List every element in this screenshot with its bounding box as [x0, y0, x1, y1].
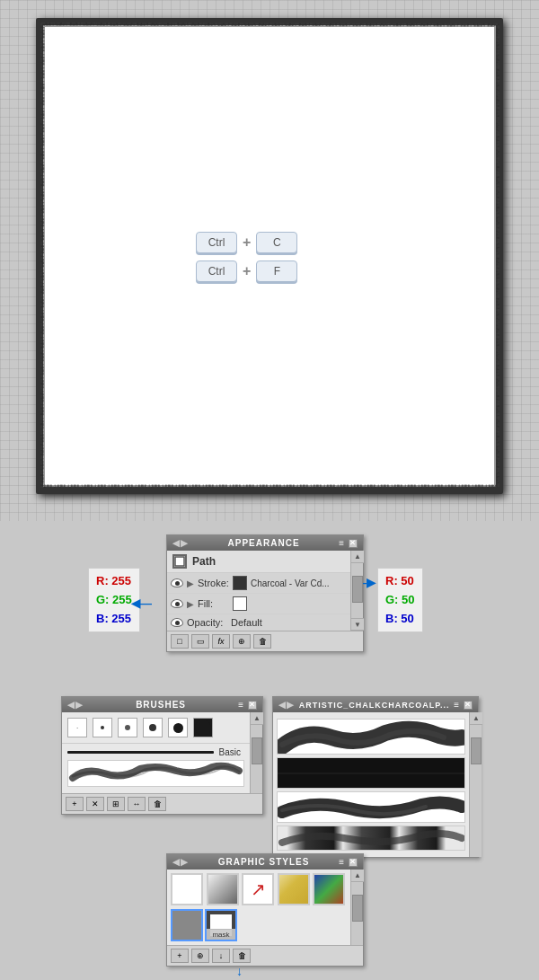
artistic-preview-area — [273, 712, 469, 857]
styles-main: ↗ — [167, 870, 350, 945]
appearance-fx-btn[interactable]: fx — [212, 634, 230, 649]
style-swatch-white[interactable] — [171, 873, 203, 905]
keyboard-shortcuts: Ctrl + C Ctrl + F — [196, 232, 297, 282]
appearance-panel: ◀▶ APPEARANCE ≡ ✕ Path — [166, 534, 364, 652]
ctrl-key-1: Ctrl — [196, 232, 237, 253]
artistic-scrollbar[interactable]: ▲ — [469, 712, 482, 857]
artistic-expand-arrows[interactable]: ◀▶ — [278, 700, 295, 710]
artistic-menu-icon[interactable]: ≡ — [454, 700, 460, 710]
panels-area: R: 255 G: 255 B: 255 R: 50 G: 50 B: 50 ◀… — [0, 530, 539, 980]
stroke-color-swatch[interactable] — [233, 576, 247, 590]
appearance-stroke-row[interactable]: ▶ Stroke: Charcoal - Var Cd... —▶ — [167, 573, 350, 594]
appearance-menu-icon[interactable]: ≡ — [339, 538, 345, 548]
stroke-expand-arrow[interactable]: ▶ — [187, 578, 194, 588]
brushes-new-btn[interactable]: + — [66, 797, 84, 811]
fill-left-arrow: ◀— — [131, 596, 152, 610]
appearance-fill-row[interactable]: ▶ Fill: ◀— — [167, 594, 350, 614]
appearance-close-button[interactable]: ✕ — [349, 539, 358, 548]
rgb-values-right: R: 50 G: 50 B: 50 — [377, 568, 423, 632]
brushes-main: · — [62, 712, 250, 793]
fill-color-swatch[interactable] — [233, 596, 247, 611]
appearance-main: Path ▶ Stroke: Charcoal - Var Cd... —▶ — [167, 551, 350, 631]
brush-swatch-6[interactable] — [193, 718, 213, 737]
brushes-trash-btn[interactable]: 🗑 — [148, 797, 166, 811]
fill-expand-arrow[interactable]: ▶ — [187, 599, 194, 609]
styles-scroll-up[interactable]: ▲ — [351, 870, 364, 882]
basic-label: Basic — [219, 747, 244, 757]
brushes-scrollbar[interactable]: ▲ — [250, 712, 262, 793]
shortcut-paste: Ctrl + F — [196, 260, 297, 282]
opacity-value[interactable]: Default — [231, 617, 262, 628]
r-value-right: R: 50 — [385, 572, 415, 591]
styles-scroll-thumb[interactable] — [352, 895, 363, 922]
scroll-up-arrow[interactable]: ▲ — [351, 551, 364, 563]
artistic-close-button[interactable]: ✕ — [464, 701, 473, 710]
brushes-convert-btn[interactable]: ↔ — [128, 797, 146, 811]
artistic-scroll-up[interactable]: ▲ — [470, 712, 482, 725]
appearance-title: APPEARANCE — [228, 538, 300, 548]
fill-visibility-icon[interactable] — [171, 599, 183, 608]
artistic-stroke-4[interactable] — [277, 825, 465, 851]
scroll-down-arrow[interactable]: ▼ — [351, 618, 364, 631]
artistic-stroke-3[interactable] — [277, 791, 465, 823]
appearance-scrollbar[interactable]: ▲ ▼ — [350, 551, 363, 631]
brushes-titlebar: ◀▶ BRUSHES ≡ ✕ — [62, 697, 262, 712]
brush-swatch-5[interactable] — [168, 718, 188, 737]
styles-expand-arrows[interactable]: ◀▶ — [172, 857, 189, 867]
brushes-scroll-up[interactable]: ▲ — [251, 712, 263, 725]
brushes-body: · — [62, 712, 262, 793]
style-swatch-dark[interactable] — [171, 909, 203, 941]
styles-menu-icon[interactable]: ≡ — [339, 857, 345, 867]
plus-sign-1: + — [243, 234, 251, 251]
appearance-expand-arrows[interactable]: ◀▶ — [172, 538, 189, 548]
styles-trash-btn[interactable]: 🗑 ↓ — [233, 949, 251, 963]
brush-swatches-row: · — [62, 712, 250, 744]
styles-merge-btn[interactable]: ⊕ — [191, 949, 209, 963]
brush-swatch-2[interactable] — [93, 718, 112, 737]
brushes-delete-btn[interactable]: ✕ — [86, 797, 104, 811]
g-value-right: G: 50 — [385, 591, 415, 610]
path-shape-icon — [172, 554, 187, 569]
artistic-stroke-2[interactable] — [277, 757, 465, 789]
styles-grid-row2: mask — [167, 909, 350, 945]
path-label: Path — [192, 555, 216, 568]
style-swatch-photo[interactable] — [313, 873, 345, 905]
brushes-expand-arrows[interactable]: ◀▶ — [67, 700, 84, 710]
brushes-options-btn[interactable]: ⊞ — [107, 797, 125, 811]
stroke-visibility-icon[interactable] — [171, 578, 183, 587]
appearance-rect-btn[interactable]: ▭ — [191, 634, 209, 649]
style-swatch-gradient[interactable] — [207, 873, 239, 905]
brushes-scroll-thumb[interactable] — [252, 737, 262, 764]
style-swatch-red-arrow[interactable]: ↗ — [242, 873, 274, 905]
fill-eye-pupil — [175, 602, 180, 606]
appearance-trash-btn[interactable]: 🗑 — [253, 634, 271, 649]
brushes-close-button[interactable]: ✕ — [248, 701, 257, 710]
appearance-opacity-row: Opacity: Default — [167, 614, 350, 631]
style-swatch-border-selected[interactable]: mask — [205, 909, 237, 941]
styles-new-btn[interactable]: + — [171, 949, 189, 963]
brush-name-label: Charcoal - Var Cd... — [251, 578, 347, 588]
b-value-left: B: 255 — [96, 610, 132, 629]
brush-swatch-1[interactable]: · — [67, 718, 87, 737]
scroll-thumb[interactable] — [352, 576, 363, 603]
artistic-scroll-thumb[interactable] — [471, 737, 482, 764]
artistic-titlebar-right: ≡ ✕ — [454, 700, 473, 710]
appearance-square-btn[interactable]: □ — [171, 634, 189, 649]
artistic-main — [273, 712, 469, 857]
c-key: C — [256, 232, 297, 253]
styles-close-button[interactable]: ✕ — [349, 858, 358, 867]
opacity-visibility-icon[interactable] — [171, 618, 183, 627]
appearance-toolbar: □ ▭ fx ⊕ 🗑 — [167, 631, 363, 651]
style-swatch-paper[interactable] — [278, 873, 310, 905]
brush-swatch-4[interactable] — [143, 718, 163, 737]
artistic-stroke-1[interactable] — [277, 719, 465, 755]
styles-scrollbar[interactable]: ▲ — [350, 870, 363, 945]
appearance-body: Path ▶ Stroke: Charcoal - Var Cd... —▶ — [167, 551, 363, 631]
g-value-left: G: 255 — [96, 591, 132, 610]
styles-apply-btn[interactable]: ↓ — [212, 949, 230, 963]
brushes-menu-icon[interactable]: ≡ — [238, 700, 244, 710]
brush-swatch-3[interactable] — [118, 718, 137, 737]
styles-toolbar: + ⊕ ↓ 🗑 ↓ — [167, 945, 363, 966]
artistic-title: ARTISTIC_CHALKCHARCOALP... — [299, 701, 450, 710]
appearance-add-btn[interactable]: ⊕ — [233, 634, 251, 649]
